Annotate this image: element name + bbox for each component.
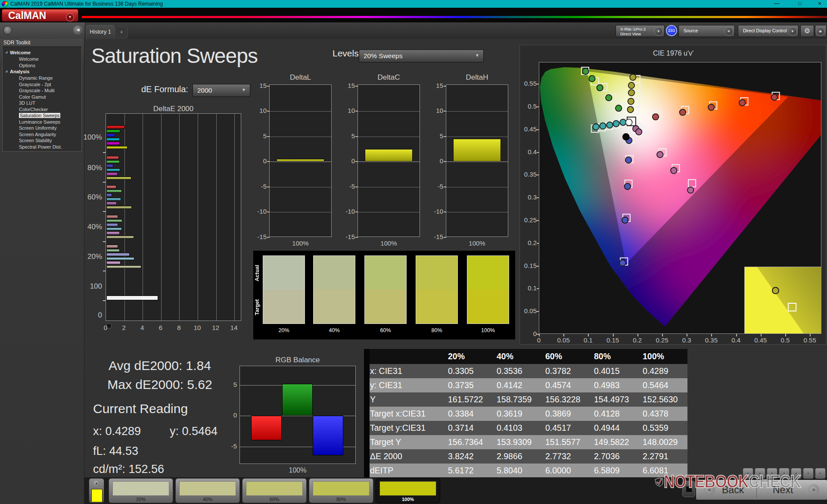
patch-button-80[interactable]: 80% [309, 478, 373, 503]
meter-dropdown[interactable]: X-Rite i1Pro 2 Direct View ▼ [616, 25, 665, 37]
de-formula-dropdown[interactable]: 2000▼ [193, 84, 250, 97]
chevron-down-icon[interactable]: ▼ [788, 27, 797, 36]
cell-value: 5.6172 [448, 464, 497, 478]
gridline [270, 187, 331, 187]
patch-button-label: 100% [376, 497, 440, 502]
axis-tick [103, 271, 106, 271]
display-control-dropdown[interactable]: Direct Display Control ▼ [738, 25, 799, 37]
gridline [270, 137, 331, 137]
sidebar-item-screen-angularity[interactable]: Screen Angularity [3, 131, 81, 138]
cie-measured-yellow [628, 90, 634, 96]
table-left-strip [364, 349, 370, 477]
cell-value: 161.5722 [448, 392, 497, 407]
y-tick-label: 0.45 [520, 125, 537, 133]
sidebar-item-3d-lut[interactable]: 3D LUT [3, 100, 81, 106]
x-tick-label: 0 [528, 336, 550, 344]
sidebar-item-grayscale-2pt[interactable]: Grayscale - 2pt [3, 81, 81, 88]
sidebar-item-screen-uniformity[interactable]: Screen Uniformity [3, 125, 81, 131]
max-de2000: Max dE2000: 5.62 [93, 377, 227, 392]
transport-buttons: ▪▪▪▪▪▪▪ [743, 468, 827, 479]
sidebar-item-grayscale-multi[interactable]: Grayscale - Multi [3, 87, 81, 94]
y-tick-label: 5 [222, 381, 237, 388]
tree-expander-icon[interactable]: ◢ [5, 50, 7, 54]
cie-measured-blue [625, 157, 631, 163]
levels-dropdown[interactable]: 20% Sweeps▼ [359, 50, 484, 62]
add-tab-button[interactable]: + [115, 27, 127, 38]
patch-button-60[interactable]: 60% [242, 478, 307, 503]
cell-value: 2.9866 [497, 449, 545, 464]
cie-plot [539, 62, 821, 334]
de-bar-100 [106, 296, 158, 300]
patch-button-20[interactable]: 20% [109, 478, 173, 503]
sidebar: SDR Toolkit ◢WelcomeWelcomeOptions◢Analy… [0, 39, 84, 504]
y-tick-label: -5 [251, 183, 267, 190]
levels-value: 20% Sweeps [364, 52, 402, 59]
y-tick-label: 10 [251, 107, 267, 114]
gridline [358, 212, 420, 212]
restore-icon[interactable]: □ [793, 0, 807, 8]
tab-history-1[interactable]: History 1 [86, 25, 115, 39]
transport-button-4[interactable]: ▪ [779, 468, 790, 479]
transport-button-1[interactable]: ▪ [743, 468, 753, 479]
chevron-down-icon[interactable]: ▼ [724, 27, 733, 36]
cell-value: 0.3782 [545, 364, 594, 378]
patch-button-40[interactable]: 40% [175, 478, 240, 503]
cell-value: 0.4944 [594, 421, 643, 435]
next-button[interactable]: Next » [757, 481, 825, 499]
y-tick-label: 0.5 [520, 103, 537, 110]
transport-button-6[interactable]: ▪ [803, 468, 814, 479]
panel-collapse-right-button[interactable]: ◀ [815, 25, 827, 37]
cell-value: 0.4289 [643, 364, 687, 378]
y-tick-label: -10 [251, 208, 267, 215]
axis-tick [103, 182, 106, 183]
meter-count-badge[interactable]: 233 [666, 25, 677, 36]
calman-app-window: CalMAN 2019 CalMAN Ultimate for Business… [0, 0, 827, 504]
x-tick-label: 10 [191, 324, 204, 331]
sidebar-section-welcome[interactable]: ◢Welcome [3, 50, 81, 56]
transport-button-5[interactable]: ▪ [791, 468, 802, 479]
target-swatch [467, 289, 509, 324]
transport-button-2[interactable]: ▪ [755, 468, 765, 479]
cell-value: 151.5577 [545, 435, 594, 449]
cie-measured-cyan [613, 121, 619, 127]
cie-diagram-panel: CIE 1976 u'v' [519, 45, 826, 345]
logo-dropdown-icon[interactable]: ▼ [66, 13, 74, 22]
transport-button-3[interactable]: ▪ [767, 468, 777, 479]
group-label: 100 [78, 282, 102, 291]
patch-button-100[interactable]: 100% [376, 478, 440, 503]
sidebar-item-dynamic-range[interactable]: Dynamic Range [3, 75, 81, 81]
deltac-chart: DeltaC151050-5-10-15100% [338, 72, 437, 255]
patch-popup-button[interactable]: ▲ [89, 478, 104, 503]
x-tick-label: 4 [136, 324, 149, 331]
workflow-status-icon[interactable] [3, 26, 12, 34]
sidebar-item-spectral-power-dist[interactable]: Spectral Power Dist. [3, 144, 81, 150]
sidebar-item-saturation-sweeps[interactable]: Saturation Sweeps [3, 112, 81, 119]
back-button[interactable]: « Back [698, 481, 756, 499]
minimize-icon[interactable]: — [769, 0, 784, 8]
close-icon[interactable]: × [812, 0, 827, 8]
x-tick-label: 0.55 [799, 336, 821, 344]
rgb-balance-chart: RGB Balance50-5100% [215, 356, 370, 479]
sidebar-item-options[interactable]: Options [3, 62, 81, 69]
next-arrow-icon: » [808, 484, 819, 495]
source-dropdown[interactable]: Source ▼ [678, 25, 735, 37]
cie-measured-green [597, 84, 603, 90]
sidebar-item-luminance-sweeps[interactable]: Luminance Sweeps [3, 119, 81, 125]
sidebar-item-colorchecker[interactable]: ColorChecker [3, 106, 81, 113]
sidebar-collapse-button[interactable]: ◀ [73, 25, 83, 35]
sidebar-item-screen-stability[interactable]: Screen Stability [3, 137, 81, 144]
gear-icon[interactable]: ⚙ [800, 25, 814, 37]
stop-button[interactable] [682, 481, 695, 497]
de-bar-100-magenta [106, 142, 120, 145]
sidebar-item-color-gamut[interactable]: Color Gamut [3, 94, 81, 100]
sidebar-item-welcome[interactable]: Welcome [3, 56, 81, 62]
table-row-target-y: Target Y156.7364153.9309151.5577149.5822… [364, 435, 687, 449]
transport-button-7[interactable]: ▪ [815, 468, 826, 479]
calman-logo-menu[interactable]: CalMAN ▼ [2, 9, 78, 22]
tree-expander-icon[interactable]: ◢ [5, 69, 7, 73]
sidebar-section-analysis[interactable]: ◢Analysis [3, 68, 81, 75]
y-tick-label: 0 [428, 157, 443, 165]
chevron-down-icon[interactable]: ▼ [654, 27, 663, 36]
axis-tick [537, 266, 539, 267]
cell-value: 3.8242 [448, 449, 497, 464]
